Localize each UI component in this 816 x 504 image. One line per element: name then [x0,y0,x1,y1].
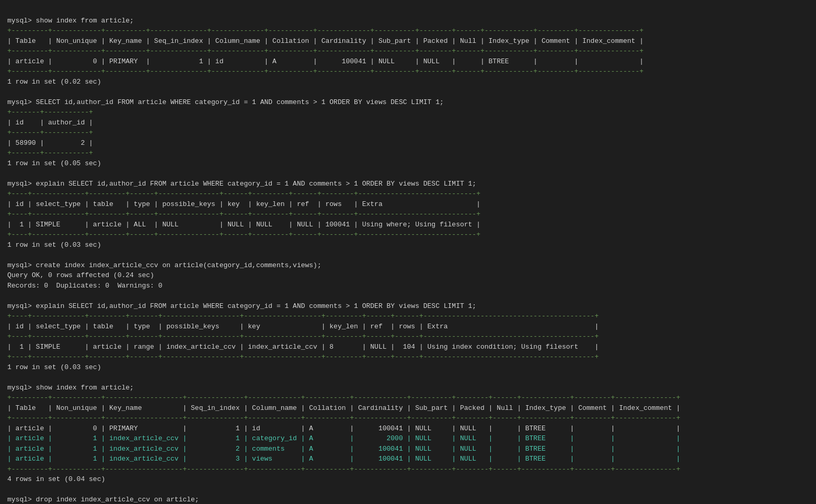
terminal-line: | article | 1 | index_article_ccv | 3 | … [7,454,809,464]
terminal-line [7,87,809,97]
terminal-line: | 58990 | 2 | [7,138,809,148]
terminal-line: mysql> show index from article; [7,383,809,393]
terminal-line: +----+-------------+---------+------+---… [7,209,809,220]
terminal-line: | 1 | SIMPLE | article | range | index_a… [7,342,809,352]
terminal-line [7,291,809,301]
terminal-line: 1 row in set (0.03 sec) [7,240,809,250]
terminal-line: mysql> show index from article; [7,16,809,26]
terminal-line: 1 row in set (0.05 sec) [7,158,809,169]
terminal-line: +----+-------------+---------+------+---… [7,230,809,240]
terminal-line: | article | 0 | PRIMARY | 1 | id | A | 1… [7,423,809,434]
terminal-line: | id | select_type | table | type | poss… [7,322,809,332]
terminal-line: +----+-------------+---------+------+---… [7,189,809,199]
terminal-line: | article | 0 | PRIMARY | 1 | id | A | 1… [7,56,809,67]
terminal-line: | id | author_id | [7,118,809,128]
terminal-line: +---------+------------+----------+-----… [7,66,809,77]
terminal-line: +----+-------------+---------+-------+--… [7,311,809,322]
terminal-line: +----+-------------+---------+-------+--… [7,331,809,342]
terminal-line: +---------+------------+----------------… [7,393,809,403]
terminal-line: mysql> explain SELECT id,author_id FROM … [7,179,809,189]
terminal-line: Query OK, 0 rows affected (0.24 sec) [7,270,809,281]
terminal-line: | Table | Non_unique | Key_name | Seq_in… [7,36,809,47]
terminal-line: Records: 0 Duplicates: 0 Warnings: 0 [7,281,809,291]
terminal-line: mysql> SELECT id,author_id FROM article … [7,97,809,108]
terminal-line: +-------+-----------+ [7,107,809,118]
terminal-line: +---------+------------+----------------… [7,413,809,423]
terminal-line: 1 row in set (0.03 sec) [7,362,809,373]
terminal-window: mysql> show index from article;+--------… [7,5,809,504]
terminal-line: +-------+-----------+ [7,128,809,138]
terminal-line: +---------+------------+----------------… [7,464,809,475]
terminal-line: +-------+-----------+ [7,148,809,158]
terminal-line: 1 row in set (0.02 sec) [7,77,809,87]
terminal-line [7,168,809,179]
terminal-line: | article | 1 | index_article_ccv | 2 | … [7,444,809,454]
terminal-line [7,485,809,495]
terminal-line: mysql> explain SELECT id,author_id FROM … [7,301,809,312]
terminal-line: +----+-------------+---------+-------+--… [7,352,809,362]
terminal-line: 4 rows in set (0.04 sec) [7,474,809,485]
terminal-line: mysql> create index index_article_ccv on… [7,260,809,271]
terminal-line: | Table | Non_unique | Key_name | Seq_in… [7,403,809,414]
terminal-line: | article | 1 | index_article_ccv | 1 | … [7,433,809,444]
terminal-line: | 1 | SIMPLE | article | ALL | NULL | NU… [7,220,809,230]
terminal-line: +---------+------------+----------+-----… [7,46,809,56]
terminal-line [7,250,809,260]
terminal-line: mysql> drop index index_article_ccv on a… [7,495,809,504]
terminal-line: | id | select_type | table | type | poss… [7,199,809,210]
terminal-line: +---------+------------+----------+-----… [7,26,809,36]
terminal-line [7,372,809,383]
